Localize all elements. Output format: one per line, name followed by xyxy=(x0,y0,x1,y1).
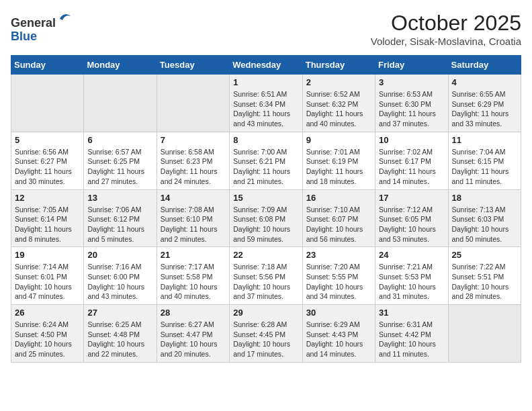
day-number: 25 xyxy=(452,250,517,260)
calendar-cell: 3Sunrise: 6:53 AM Sunset: 6:30 PM Daylig… xyxy=(375,75,448,132)
day-info: Sunrise: 7:13 AM Sunset: 6:03 PM Dayligh… xyxy=(452,205,517,244)
day-number: 3 xyxy=(379,77,444,87)
day-info: Sunrise: 7:14 AM Sunset: 6:01 PM Dayligh… xyxy=(15,262,80,302)
day-number: 22 xyxy=(233,250,298,260)
calendar-cell: 2Sunrise: 6:52 AM Sunset: 6:32 PM Daylig… xyxy=(302,75,375,132)
day-number: 24 xyxy=(379,250,444,260)
day-info: Sunrise: 7:22 AM Sunset: 5:51 PM Dayligh… xyxy=(452,262,517,302)
calendar-cell: 29Sunrise: 6:28 AM Sunset: 4:45 PM Dayli… xyxy=(230,305,302,363)
calendar-cell: 8Sunrise: 7:00 AM Sunset: 6:21 PM Daylig… xyxy=(230,132,302,189)
day-info: Sunrise: 7:01 AM Sunset: 6:19 PM Dayligh… xyxy=(306,147,371,187)
day-info: Sunrise: 6:57 AM Sunset: 6:25 PM Dayligh… xyxy=(87,147,152,187)
weekday-header-saturday: Saturday xyxy=(448,56,521,75)
day-number: 12 xyxy=(15,193,80,203)
day-number: 8 xyxy=(233,135,298,145)
day-number: 14 xyxy=(161,193,226,203)
calendar-cell: 20Sunrise: 7:16 AM Sunset: 6:00 PM Dayli… xyxy=(84,247,157,305)
calendar-cell xyxy=(11,75,84,132)
day-info: Sunrise: 6:27 AM Sunset: 4:47 PM Dayligh… xyxy=(161,320,226,359)
calendar-cell: 25Sunrise: 7:22 AM Sunset: 5:51 PM Dayli… xyxy=(448,247,521,305)
day-number: 2 xyxy=(306,77,371,87)
calendar-cell: 11Sunrise: 7:04 AM Sunset: 6:15 PM Dayli… xyxy=(448,132,521,189)
day-number: 26 xyxy=(15,308,80,318)
title-block: October 2025 Voloder, Sisak-Moslavina, C… xyxy=(371,11,521,47)
calendar-cell: 30Sunrise: 6:29 AM Sunset: 4:43 PM Dayli… xyxy=(302,305,375,363)
day-info: Sunrise: 7:02 AM Sunset: 6:17 PM Dayligh… xyxy=(379,147,444,187)
calendar-cell: 1Sunrise: 6:51 AM Sunset: 6:34 PM Daylig… xyxy=(230,75,302,132)
calendar-cell: 4Sunrise: 6:55 AM Sunset: 6:29 PM Daylig… xyxy=(448,75,521,132)
calendar-cell xyxy=(448,305,521,363)
calendar-cell: 14Sunrise: 7:08 AM Sunset: 6:10 PM Dayli… xyxy=(157,189,229,247)
day-info: Sunrise: 7:04 AM Sunset: 6:15 PM Dayligh… xyxy=(452,147,517,187)
page-header: General Blue October 2025 Voloder, Sisak… xyxy=(11,11,521,47)
day-number: 7 xyxy=(161,135,226,145)
weekday-header-thursday: Thursday xyxy=(302,56,375,75)
calendar-cell: 31Sunrise: 6:31 AM Sunset: 4:42 PM Dayli… xyxy=(375,305,448,363)
calendar-cell: 24Sunrise: 7:21 AM Sunset: 5:53 PM Dayli… xyxy=(375,247,448,305)
day-info: Sunrise: 7:16 AM Sunset: 6:00 PM Dayligh… xyxy=(87,262,152,302)
day-info: Sunrise: 7:06 AM Sunset: 6:12 PM Dayligh… xyxy=(87,205,152,244)
day-number: 31 xyxy=(379,308,444,318)
day-number: 5 xyxy=(15,135,80,145)
location: Voloder, Sisak-Moslavina, Croatia xyxy=(371,36,521,47)
calendar-table: SundayMondayTuesdayWednesdayThursdayFrid… xyxy=(11,55,521,363)
day-number: 23 xyxy=(306,250,371,260)
calendar-cell: 16Sunrise: 7:10 AM Sunset: 6:07 PM Dayli… xyxy=(302,189,375,247)
calendar-cell: 26Sunrise: 6:24 AM Sunset: 4:50 PM Dayli… xyxy=(11,305,84,363)
calendar-cell: 27Sunrise: 6:25 AM Sunset: 4:48 PM Dayli… xyxy=(84,305,157,363)
calendar-cell: 7Sunrise: 6:58 AM Sunset: 6:23 PM Daylig… xyxy=(157,132,229,189)
day-number: 9 xyxy=(306,135,371,145)
week-row-4: 19Sunrise: 7:14 AM Sunset: 6:01 PM Dayli… xyxy=(11,247,521,305)
day-number: 29 xyxy=(233,308,298,318)
day-number: 6 xyxy=(87,135,152,145)
weekday-header-wednesday: Wednesday xyxy=(230,56,302,75)
day-number: 19 xyxy=(15,250,80,260)
day-info: Sunrise: 6:51 AM Sunset: 6:34 PM Dayligh… xyxy=(233,89,298,129)
day-number: 10 xyxy=(379,135,444,145)
day-number: 13 xyxy=(87,193,152,203)
day-info: Sunrise: 6:28 AM Sunset: 4:45 PM Dayligh… xyxy=(233,320,298,359)
logo-blue: Blue xyxy=(11,30,37,43)
day-info: Sunrise: 6:24 AM Sunset: 4:50 PM Dayligh… xyxy=(15,320,80,359)
logo-bird-icon xyxy=(57,11,73,27)
calendar-cell: 17Sunrise: 7:12 AM Sunset: 6:05 PM Dayli… xyxy=(375,189,448,247)
day-info: Sunrise: 7:18 AM Sunset: 5:56 PM Dayligh… xyxy=(233,262,298,302)
day-info: Sunrise: 6:56 AM Sunset: 6:27 PM Dayligh… xyxy=(15,147,80,187)
calendar-cell: 18Sunrise: 7:13 AM Sunset: 6:03 PM Dayli… xyxy=(448,189,521,247)
day-info: Sunrise: 7:21 AM Sunset: 5:53 PM Dayligh… xyxy=(379,262,444,302)
calendar-cell xyxy=(157,75,229,132)
calendar-cell: 13Sunrise: 7:06 AM Sunset: 6:12 PM Dayli… xyxy=(84,189,157,247)
month-title: October 2025 xyxy=(371,11,521,36)
day-number: 28 xyxy=(161,308,226,318)
day-info: Sunrise: 7:05 AM Sunset: 6:14 PM Dayligh… xyxy=(15,205,80,244)
logo: General Blue xyxy=(11,11,73,44)
day-info: Sunrise: 6:52 AM Sunset: 6:32 PM Dayligh… xyxy=(306,89,371,129)
day-number: 1 xyxy=(233,77,298,87)
calendar-cell: 10Sunrise: 7:02 AM Sunset: 6:17 PM Dayli… xyxy=(375,132,448,189)
calendar-cell xyxy=(84,75,157,132)
week-row-1: 1Sunrise: 6:51 AM Sunset: 6:34 PM Daylig… xyxy=(11,75,521,132)
day-number: 4 xyxy=(452,77,517,87)
day-info: Sunrise: 6:55 AM Sunset: 6:29 PM Dayligh… xyxy=(452,89,517,129)
calendar-cell: 23Sunrise: 7:20 AM Sunset: 5:55 PM Dayli… xyxy=(302,247,375,305)
day-info: Sunrise: 6:53 AM Sunset: 6:30 PM Dayligh… xyxy=(379,89,444,129)
logo-general: General xyxy=(11,16,56,30)
day-info: Sunrise: 7:17 AM Sunset: 5:58 PM Dayligh… xyxy=(161,262,226,302)
day-info: Sunrise: 7:12 AM Sunset: 6:05 PM Dayligh… xyxy=(379,205,444,244)
day-info: Sunrise: 7:20 AM Sunset: 5:55 PM Dayligh… xyxy=(306,262,371,302)
calendar-cell: 6Sunrise: 6:57 AM Sunset: 6:25 PM Daylig… xyxy=(84,132,157,189)
day-number: 27 xyxy=(87,308,152,318)
week-row-5: 26Sunrise: 6:24 AM Sunset: 4:50 PM Dayli… xyxy=(11,305,521,363)
day-number: 30 xyxy=(306,308,371,318)
weekday-header-row: SundayMondayTuesdayWednesdayThursdayFrid… xyxy=(11,56,521,75)
day-info: Sunrise: 6:29 AM Sunset: 4:43 PM Dayligh… xyxy=(306,320,371,359)
day-number: 16 xyxy=(306,193,371,203)
calendar-cell: 5Sunrise: 6:56 AM Sunset: 6:27 PM Daylig… xyxy=(11,132,84,189)
calendar-cell: 9Sunrise: 7:01 AM Sunset: 6:19 PM Daylig… xyxy=(302,132,375,189)
day-number: 11 xyxy=(452,135,517,145)
calendar-cell: 21Sunrise: 7:17 AM Sunset: 5:58 PM Dayli… xyxy=(157,247,229,305)
week-row-3: 12Sunrise: 7:05 AM Sunset: 6:14 PM Dayli… xyxy=(11,189,521,247)
weekday-header-monday: Monday xyxy=(84,56,157,75)
day-info: Sunrise: 7:10 AM Sunset: 6:07 PM Dayligh… xyxy=(306,205,371,244)
week-row-2: 5Sunrise: 6:56 AM Sunset: 6:27 PM Daylig… xyxy=(11,132,521,189)
